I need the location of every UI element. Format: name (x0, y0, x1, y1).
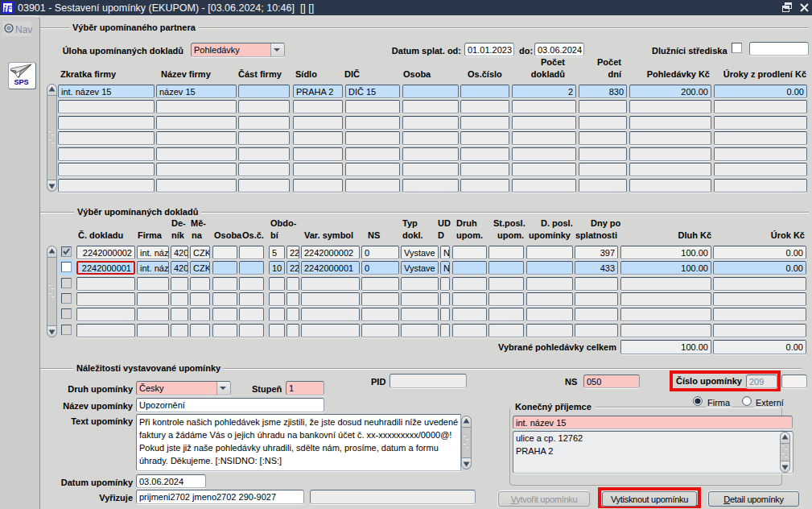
svg-text:iF: iF (4, 3, 13, 14)
